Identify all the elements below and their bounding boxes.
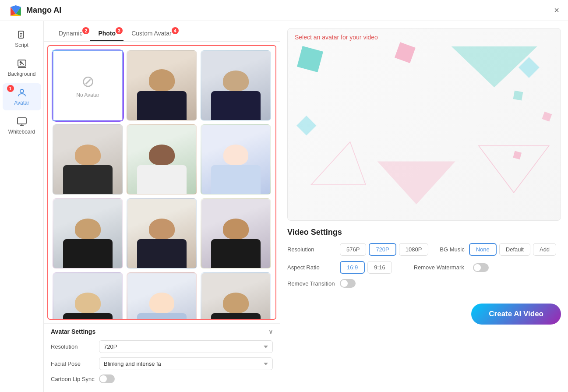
svg-rect-11 (297, 46, 323, 72)
sidebar-item-script[interactable]: Script (3, 25, 41, 53)
avatar-settings-title: Avatar Settings (51, 328, 95, 335)
svg-rect-20 (513, 151, 522, 159)
script-icon (17, 30, 27, 40)
aspect-ratio-label: Aspect Ratio (287, 264, 335, 271)
svg-marker-19 (479, 146, 549, 193)
sidebar-item-background[interactable]: Background (3, 54, 41, 81)
no-avatar-label: No Avatar (76, 92, 99, 98)
avatar-settings-chevron: ∨ (268, 328, 273, 335)
music-btn-add[interactable]: Add (533, 243, 556, 256)
avatar-settings-header[interactable]: Avatar Settings ∨ (51, 328, 273, 335)
right-panel: Select an avatar for your video Video Se… (280, 21, 568, 392)
video-resolution-row: Resolution 576P 720P 1080P BG Music None… (287, 243, 561, 256)
tab-photo-label: Photo (98, 30, 116, 37)
avatar-cell-8[interactable] (201, 198, 271, 269)
background-icon (17, 59, 27, 69)
res-btn-1080p[interactable]: 1080P (399, 243, 429, 256)
avatar-grid-container[interactable]: ⊘ No Avatar (47, 45, 276, 320)
resolution-row: Resolution 576P 720P 1080P (51, 340, 273, 353)
app-title: Mango AI (26, 6, 61, 15)
video-settings: Video Settings Resolution 576P 720P 1080… (287, 221, 561, 300)
tab-photo[interactable]: Photo 3 (90, 26, 123, 41)
avatar-cell-6[interactable] (53, 198, 123, 269)
avatar-cell-7[interactable] (127, 198, 197, 269)
tab-dynamic-label: Dynamic (59, 30, 82, 37)
avatar-icon (17, 88, 27, 98)
remove-transition-label: Remove Transition (287, 280, 335, 287)
avatar-cell-2[interactable] (201, 50, 271, 121)
resolution-select[interactable]: 576P 720P 1080P (99, 340, 273, 353)
svg-rect-15 (513, 91, 523, 101)
sidebar: Script Background 1 Avatar (0, 21, 44, 392)
cartoon-lip-sync-row: Cartoon Lip Sync (51, 374, 273, 383)
aspect-btn-16-9[interactable]: 16:9 (340, 261, 365, 274)
remove-watermark-label: Remove Watermark (414, 264, 464, 271)
facial-pose-row: Facial Pose Blinking and intense fa (51, 357, 273, 370)
tab-custom-avatar[interactable]: Custom Avatar 4 (123, 26, 180, 41)
remove-transition-row: Remove Transition (287, 279, 561, 288)
left-panel: Dynamic 2 Photo 3 Custom Avatar 4 ⊘ (44, 21, 280, 392)
resolution-btn-group: 576P 720P 1080P (340, 243, 428, 256)
cartoon-lip-sync-label: Cartoon Lip Sync (51, 376, 95, 382)
avatar-cell-1[interactable] (127, 50, 197, 121)
avatar-cell-10[interactable]: ⊕ (127, 272, 197, 320)
svg-point-6 (20, 62, 21, 63)
avatar-badge: 1 (7, 85, 14, 92)
tab-photo-badge: 3 (116, 27, 123, 34)
avatar-cell-4[interactable] (127, 124, 197, 195)
svg-point-7 (20, 89, 24, 93)
svg-marker-21 (311, 142, 366, 185)
sidebar-item-whiteboard-label: Whiteboard (8, 129, 35, 135)
svg-rect-17 (296, 116, 316, 135)
create-ai-video-button[interactable]: Create AI Video (471, 304, 561, 325)
tab-custom-avatar-label: Custom Avatar (131, 30, 172, 37)
sidebar-item-script-label: Script (15, 42, 28, 48)
resolution-label: Resolution (51, 343, 95, 350)
sidebar-item-avatar-label: Avatar (14, 100, 29, 106)
title-bar: Mango AI × (0, 0, 568, 21)
avatar-settings-section: Avatar Settings ∨ Resolution 576P 720P 1… (44, 323, 280, 392)
tab-dynamic[interactable]: Dynamic 2 (51, 26, 90, 41)
facial-pose-select[interactable]: Blinking and intense fa (99, 357, 273, 370)
sidebar-item-avatar[interactable]: 1 Avatar (3, 83, 41, 110)
sidebar-item-whiteboard[interactable]: Whiteboard (3, 112, 41, 139)
facial-pose-label: Facial Pose (51, 360, 95, 367)
music-btn-none[interactable]: None (469, 243, 497, 256)
avatar-grid: ⊘ No Avatar (53, 50, 271, 320)
res-btn-720p[interactable]: 720P (369, 243, 396, 256)
close-button[interactable]: × (554, 5, 559, 15)
no-avatar-cell[interactable]: ⊘ No Avatar (53, 50, 123, 121)
svg-rect-12 (395, 42, 416, 63)
bg-music-label: BG Music (440, 246, 464, 253)
tab-custom-avatar-badge: 4 (172, 27, 179, 34)
whiteboard-icon (17, 117, 27, 127)
sidebar-item-background-label: Background (7, 71, 35, 77)
cartoon-lip-sync-toggle[interactable] (99, 374, 115, 383)
logo-icon (9, 4, 23, 18)
aspect-ratio-row: Aspect Ratio 16:9 9:16 Remove Watermark (287, 261, 561, 274)
res-btn-576p[interactable]: 576P (340, 243, 366, 256)
tab-bar: Dynamic 2 Photo 3 Custom Avatar 4 (44, 21, 280, 42)
video-resolution-label: Resolution (287, 246, 335, 253)
avatar-cell-9[interactable] (53, 272, 123, 320)
select-avatar-prompt: Select an avatar for your video (295, 34, 378, 41)
music-btn-default[interactable]: Default (499, 243, 530, 256)
avatar-cell-11[interactable]: VIP (201, 272, 271, 320)
svg-marker-18 (377, 162, 455, 205)
remove-watermark-toggle[interactable] (473, 263, 489, 272)
aspect-btn-9-16[interactable]: 9:16 (367, 261, 392, 274)
main-content: Dynamic 2 Photo 3 Custom Avatar 4 ⊘ (44, 21, 568, 392)
svg-rect-8 (18, 118, 26, 124)
decorative-shapes (288, 28, 561, 220)
logo: Mango AI (9, 4, 61, 18)
avatar-cell-5[interactable] (201, 124, 271, 195)
bg-music-btn-group: None Default Add (469, 243, 556, 256)
video-settings-title: Video Settings (287, 228, 561, 237)
remove-transition-toggle[interactable] (340, 279, 356, 288)
tab-dynamic-badge: 2 (82, 27, 89, 34)
app-body: Script Background 1 Avatar (0, 21, 568, 392)
preview-area: Select an avatar for your video (287, 28, 561, 221)
avatar-cell-3[interactable] (53, 124, 123, 195)
aspect-btn-group: 16:9 9:16 (340, 261, 392, 274)
svg-rect-16 (542, 112, 552, 122)
